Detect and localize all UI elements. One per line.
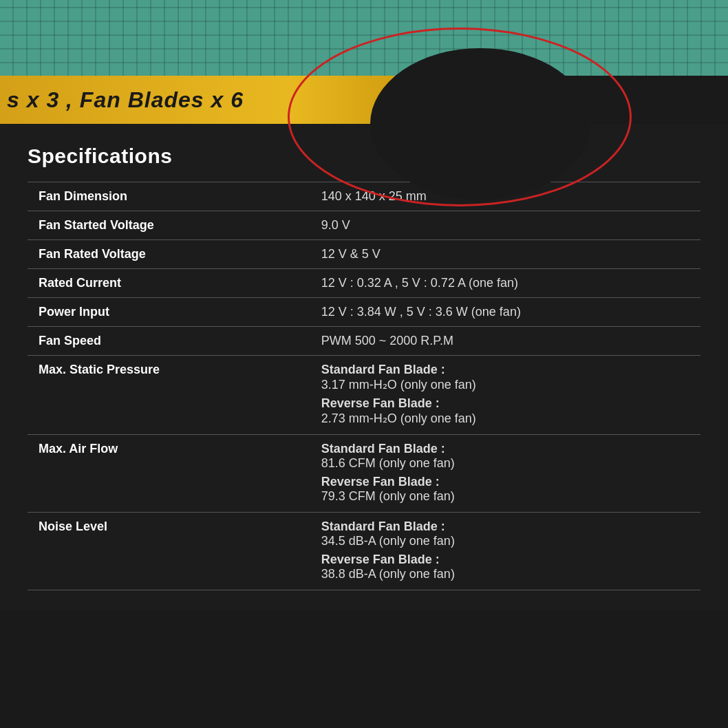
table-row: Fan SpeedPWM 500 ~ 2000 R.P.M: [28, 327, 700, 356]
spec-label: Rated Current: [28, 269, 310, 298]
main-content: Specifications Fan Dimension140 x 140 x …: [0, 124, 728, 611]
specs-table: Fan Dimension140 x 140 x 25 mmFan Starte…: [28, 182, 700, 590]
spec-label: Max. Air Flow: [28, 435, 310, 513]
yellow-bar: s x 3 , Fan Blades x 6: [0, 76, 728, 124]
table-row: Fan Started Voltage9.0 V: [28, 211, 700, 240]
table-row: Noise LevelStandard Fan Blade :34.5 dB-A…: [28, 513, 700, 590]
spec-value: 12 V & 5 V: [310, 240, 700, 269]
spec-label: Fan Started Voltage: [28, 211, 310, 240]
spec-value: 12 V : 3.84 W , 5 V : 3.6 W (one fan): [310, 298, 700, 327]
spec-label: Noise Level: [28, 513, 310, 590]
table-row: Fan Dimension140 x 140 x 25 mm: [28, 182, 700, 211]
spec-value: PWM 500 ~ 2000 R.P.M: [310, 327, 700, 356]
table-row: Power Input12 V : 3.84 W , 5 V : 3.6 W (…: [28, 298, 700, 327]
spec-label: Max. Static Pressure: [28, 356, 310, 435]
spec-label: Fan Rated Voltage: [28, 240, 310, 269]
teal-background: [0, 0, 728, 76]
spec-value: Standard Fan Blade :34.5 dB-A (only one …: [310, 513, 700, 590]
spec-label: Power Input: [28, 298, 310, 327]
table-row: Max. Static PressureStandard Fan Blade :…: [28, 356, 700, 435]
spec-label: Fan Speed: [28, 327, 310, 356]
table-row: Rated Current12 V : 0.32 A , 5 V : 0.72 …: [28, 269, 700, 298]
table-row: Max. Air FlowStandard Fan Blade :81.6 CF…: [28, 435, 700, 513]
yellow-bar-text: s x 3 , Fan Blades x 6: [0, 87, 244, 113]
spec-value: 12 V : 0.32 A , 5 V : 0.72 A (one fan): [310, 269, 700, 298]
dark-circle: [370, 48, 590, 200]
spec-value: Standard Fan Blade :3.17 mm-H₂O (only on…: [310, 356, 700, 435]
table-row: Fan Rated Voltage12 V & 5 V: [28, 240, 700, 269]
spec-value: 9.0 V: [310, 211, 700, 240]
spec-value: Standard Fan Blade :81.6 CFM (only one f…: [310, 435, 700, 513]
specifications-title: Specifications: [28, 144, 700, 168]
spec-label: Fan Dimension: [28, 182, 310, 211]
